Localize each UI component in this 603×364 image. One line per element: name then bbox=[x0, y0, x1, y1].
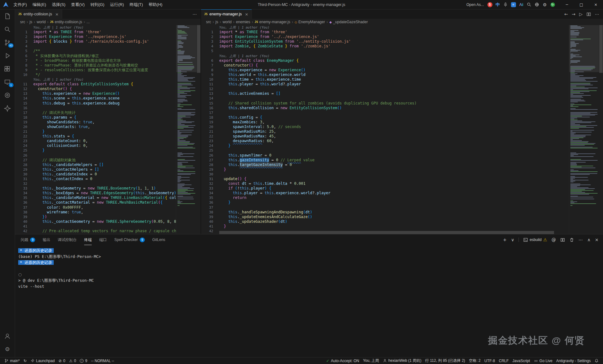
menu-item-转[interactable]: 转到(G) bbox=[88, 0, 107, 9]
chinese-lang-icon[interactable]: 中 bbox=[494, 1, 502, 8]
menu-item-编[interactable]: 编辑(E) bbox=[30, 0, 49, 9]
status-git-branch[interactable]: main* bbox=[3, 357, 22, 364]
status-language-mode[interactable]: JavaScript bbox=[511, 357, 532, 364]
minimize-button[interactable]: ─ bbox=[560, 0, 574, 9]
menu-item-终[interactable]: 终端(T) bbox=[127, 0, 146, 9]
code-line: 24 collisionCount: 0, bbox=[15, 143, 176, 148]
split-terminal-button[interactable] bbox=[560, 238, 565, 242]
status-indentation[interactable]: 空格: 2 bbox=[467, 357, 482, 364]
close-panel-button[interactable]: × bbox=[595, 238, 599, 242]
kill-terminal-button[interactable] bbox=[569, 238, 574, 242]
breadcrumb-item[interactable]: ◇EnemyManager bbox=[295, 20, 325, 24]
status-cursor-position[interactable]: 行 112, 列 85 (已选择 2) bbox=[423, 357, 467, 364]
sidebar-item-source-control[interactable]: 43 bbox=[0, 36, 15, 49]
more-actions-button[interactable]: ⋯ bbox=[579, 238, 583, 242]
sidebar-item-antigravity-agent[interactable] bbox=[0, 102, 15, 115]
tab-entity-collision.js[interactable]: JSentity-collision.js× bbox=[15, 9, 62, 19]
sidebar-item-remote-explorer[interactable]: 1 bbox=[0, 75, 15, 88]
status-blame-author[interactable]: hexianWeb (1 周前) bbox=[381, 357, 423, 364]
status-antigravity-settings[interactable]: Antigravity - Settings bbox=[554, 357, 593, 364]
split-editor-button[interactable] bbox=[586, 12, 591, 17]
menu-item-文[interactable]: 文件(F) bbox=[11, 0, 30, 9]
code-text: this._candidateMaterial = new THREE.Line… bbox=[33, 195, 176, 200]
nav-back-button[interactable]: ← bbox=[564, 12, 568, 16]
breadcrumb-item[interactable]: js bbox=[215, 20, 218, 24]
status-editing-author[interactable]: You, 上周 bbox=[361, 357, 381, 364]
status-go-live[interactable]: Go Live bbox=[532, 357, 554, 364]
panel-tab-输出[interactable]: 输出 bbox=[43, 234, 50, 245]
menu-item-选[interactable]: 选择(S) bbox=[49, 0, 68, 9]
breadcrumb-item[interactable]: ◆_updateGazeShader bbox=[329, 20, 368, 24]
tab-enemy-manager.js[interactable]: JSenemy-manager.js× bbox=[201, 9, 252, 19]
status-notifications[interactable] bbox=[593, 357, 600, 364]
panel-tab-问题[interactable]: 问题9 bbox=[21, 234, 35, 245]
close-tab-icon[interactable]: × bbox=[245, 12, 248, 17]
more-actions-button[interactable]: ⋯ bbox=[595, 12, 599, 16]
code-text: constructor() { bbox=[33, 87, 72, 91]
vertical-scrollbar[interactable] bbox=[197, 25, 201, 234]
status-label: main* bbox=[10, 359, 20, 363]
update-available-icon[interactable]: ↻ bbox=[549, 1, 557, 8]
breadcrumb-item[interactable]: src bbox=[206, 20, 211, 24]
code-editor[interactable]: You, 上周 | 1 author (You)1import * as THR… bbox=[15, 25, 176, 234]
panel-tab-Spell Checker[interactable]: Spell Checker9 bbox=[114, 234, 145, 245]
status-sync[interactable]: ↻ bbox=[22, 357, 29, 364]
minimap[interactable] bbox=[176, 25, 197, 234]
horizontal-scrollbar[interactable] bbox=[219, 231, 568, 234]
new-terminal-button[interactable]: + bbox=[503, 238, 507, 242]
sidebar-item-run-and-debug[interactable] bbox=[0, 49, 15, 62]
breadcrumb-item[interactable]: ... bbox=[87, 20, 90, 24]
nav-forward-button[interactable]: → bbox=[572, 12, 575, 16]
close-button[interactable]: × bbox=[589, 0, 603, 9]
blue-app-icon[interactable]: ≡ bbox=[509, 1, 517, 8]
breadcrumb-item[interactable]: world bbox=[37, 20, 46, 24]
status-eol[interactable]: CRLF bbox=[497, 357, 510, 364]
sidebar-item-account[interactable] bbox=[0, 329, 15, 343]
breadcrumb-item[interactable]: js bbox=[30, 20, 32, 24]
breadcrumb-item[interactable]: JSenemy-manager.js bbox=[255, 20, 291, 24]
minimap[interactable] bbox=[569, 25, 599, 234]
status-problems-infos[interactable]: i9 bbox=[78, 357, 89, 364]
panel-tab-终端[interactable]: 终端 bbox=[84, 234, 92, 245]
menu-item-帮[interactable]: 帮助(H) bbox=[146, 0, 165, 9]
snap-badge-icon[interactable]: S bbox=[486, 1, 494, 8]
sidebar-item-extensions[interactable] bbox=[0, 62, 15, 75]
sidebar-item-search[interactable] bbox=[0, 23, 15, 36]
maximize-panel-button[interactable]: ∧ bbox=[587, 238, 590, 242]
sidebar-item-settings[interactable]: ⚙ bbox=[0, 343, 15, 356]
terminal-process-button[interactable]: esbuild⚠ bbox=[523, 237, 547, 242]
open-as-label[interactable]: Open As... bbox=[466, 3, 484, 7]
status-problems-errors[interactable]: ⊘0 bbox=[57, 357, 67, 364]
status-launchpad[interactable]: Launchpad bbox=[29, 357, 57, 364]
close-tab-icon[interactable]: × bbox=[55, 12, 59, 17]
more-actions-button[interactable]: ⋯ bbox=[193, 12, 197, 16]
sidebar-item-gitlens[interactable] bbox=[0, 88, 15, 102]
ai-assistant-icon[interactable]: Ai bbox=[517, 1, 525, 8]
status-vim-mode[interactable]: -- NORMAL -- bbox=[89, 357, 116, 364]
status-problems-warnings[interactable]: ⚠0 bbox=[67, 357, 78, 364]
launch-profile-button[interactable]: @ bbox=[551, 238, 556, 242]
run-file-button[interactable]: ▷ bbox=[579, 12, 583, 16]
code-editor[interactable]: You, 上周 | 1 author (You)1import * as THR… bbox=[201, 25, 569, 234]
breadcrumb-item[interactable]: world bbox=[223, 20, 232, 24]
settings-gear-icon[interactable]: ⚙ bbox=[541, 1, 549, 8]
line-number: 24 bbox=[201, 143, 219, 148]
sidebar-item-explorer[interactable] bbox=[0, 9, 15, 23]
status-auto-accept[interactable]: ✓Auto-Accept: ON bbox=[324, 357, 361, 364]
menu-item-运[interactable]: 运行(R) bbox=[107, 0, 127, 9]
breadcrumb-item[interactable]: JSentity-collision.js bbox=[50, 20, 82, 24]
panel-tab-GitLens[interactable]: GitLens bbox=[152, 234, 165, 245]
panel-tab-端口[interactable]: 端口 bbox=[99, 234, 107, 245]
code-line: 15 this.debug = this.experience.debug bbox=[15, 101, 176, 106]
menu-item-查[interactable]: 查看(V) bbox=[68, 0, 87, 9]
breadcrumb-item[interactable]: src bbox=[20, 20, 25, 24]
search-icon[interactable] bbox=[525, 1, 533, 8]
terminal-dropdown-button[interactable]: ∨ bbox=[511, 238, 514, 242]
microphone-icon[interactable] bbox=[502, 1, 509, 8]
breadcrumb-item[interactable]: enemies bbox=[236, 20, 250, 24]
panel-tab-调试控制台[interactable]: 调试控制台 bbox=[58, 234, 77, 245]
browser-globe-icon[interactable] bbox=[533, 1, 541, 8]
maximize-button[interactable]: □ bbox=[574, 0, 589, 9]
status-encoding[interactable]: UTF-8 bbox=[482, 357, 497, 364]
vertical-scrollbar[interactable] bbox=[599, 25, 603, 234]
